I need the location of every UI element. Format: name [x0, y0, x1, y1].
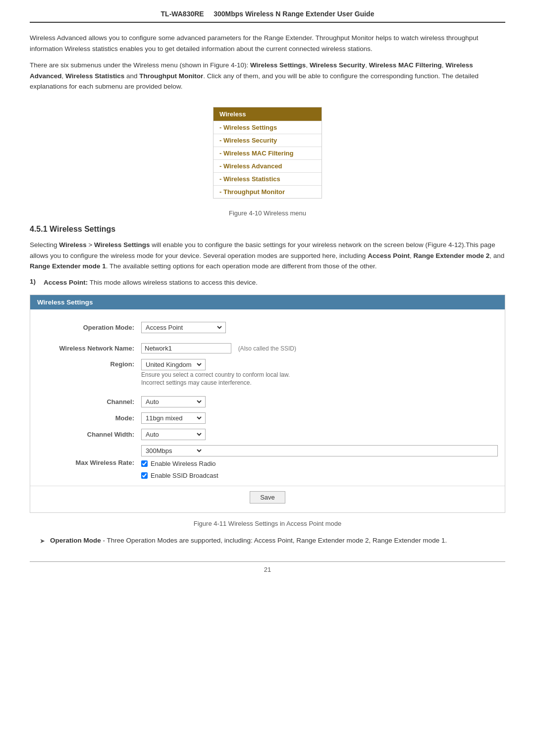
intro-text5: and: [124, 72, 139, 80]
menu-item-wireless-mac-filtering[interactable]: - Wireless MAC Filtering: [214, 147, 321, 159]
enable-ssid-broadcast-checkbox[interactable]: [141, 472, 148, 479]
max-wireless-rate-value: 300Mbps 150Mbps 54Mbps Enable Wireless R…: [141, 445, 498, 480]
region-select-wrapper[interactable]: United Kingdom United States Germany: [141, 359, 206, 370]
header-title: 300Mbps Wireless N Range Extender User G…: [214, 10, 374, 18]
enable-wireless-radio-row: Enable Wireless Radio: [141, 459, 498, 468]
wireless-settings-body: Operation Mode: Access Point Range Exten…: [30, 309, 505, 512]
channel-value: Auto 1 2 3 6 11: [141, 396, 498, 407]
operation-mode-list: ➤ Operation Mode - Three Operation Modes…: [40, 535, 505, 547]
menu-item-wireless-settings[interactable]: - Wireless Settings: [214, 121, 321, 134]
header-separator: [206, 10, 212, 18]
operation-mode-bullet: ➤ Operation Mode - Three Operation Modes…: [40, 535, 505, 547]
wireless-settings-box: Wireless Settings Operation Mode: Access…: [30, 295, 505, 513]
intro-text1: ,: [306, 61, 310, 69]
region-note2: Incorrect settings may cause interferenc…: [141, 379, 498, 386]
menu-header: Wireless: [214, 107, 321, 121]
region-note1: Ensure you select a correct country to c…: [141, 371, 498, 378]
menu-item-wireless-advanced[interactable]: - Wireless Advanced: [214, 159, 321, 172]
max-wireless-rate-label: Max Wireless Rate:: [37, 459, 141, 466]
s451-bold1: Wireless: [59, 241, 86, 249]
channel-row: Channel: Auto 1 2 3 6 11: [30, 394, 505, 410]
mode-label: Mode:: [37, 414, 141, 422]
wireless-network-name-input[interactable]: [141, 343, 231, 353]
ssid-note: (Also called the SSID): [238, 345, 296, 352]
wireless-network-name-row: Wireless Network Name: (Also called the …: [30, 341, 505, 356]
settings-footer: Save: [30, 486, 505, 507]
channel-select-wrapper[interactable]: Auto 1 2 3 6 11: [141, 396, 206, 407]
mode-value: 11bgn mixed 11b only 11g only 11n only: [141, 412, 498, 424]
operation-mode-bullet-bold: Operation Mode: [50, 537, 101, 544]
operation-mode-value: Access Point Range Extender mode 2 Range…: [141, 322, 498, 333]
intro-bold6: Throughput Monitor: [139, 72, 203, 80]
page-header: TL-WA830RE 300Mbps Wireless N Range Exte…: [30, 10, 505, 23]
channel-width-row: Channel Width: Auto 20MHz 40MHz: [30, 426, 505, 443]
region-row: Region: United Kingdom United States Ger…: [30, 356, 505, 389]
menu-item-throughput-monitor[interactable]: - Throughput Monitor: [214, 185, 321, 198]
access-point-item: 1) Access Point: This mode allows wirele…: [30, 278, 505, 288]
channel-width-value: Auto 20MHz 40MHz: [141, 429, 498, 440]
max-wireless-rate-select-wrapper[interactable]: 300Mbps 150Mbps 54Mbps: [141, 445, 498, 456]
s451-suffix2: . The available setting options for each…: [106, 262, 377, 270]
section-451-heading: 4.5.1 Wireless Settings: [30, 225, 505, 234]
intro-bold5: Wireless Statistics: [65, 72, 124, 80]
region-value: United Kingdom United States Germany Ens…: [141, 359, 498, 386]
enable-ssid-broadcast-label: Enable SSID Broadcast: [151, 472, 218, 479]
save-button[interactable]: Save: [250, 491, 285, 504]
enable-wireless-radio-checkbox[interactable]: [141, 460, 148, 467]
access-point-label-bold: Access Point:: [44, 279, 88, 286]
figure-10-caption: Figure 4-10 Wireless menu: [30, 209, 505, 217]
channel-select[interactable]: Auto 1 2 3 6 11: [144, 398, 203, 406]
operation-mode-row: Operation Mode: Access Point Range Exten…: [30, 319, 505, 336]
operation-mode-bullet-text: Operation Mode - Three Operation Modes a…: [50, 535, 447, 546]
s451-bold3: Access Point: [368, 252, 410, 259]
intro-text4: ,: [62, 72, 66, 80]
wireless-settings-header: Wireless Settings: [30, 295, 505, 309]
menu-item-wireless-security[interactable]: - Wireless Security: [214, 134, 321, 147]
s451-prefix: Selecting: [30, 241, 59, 249]
s451-bold4: Range Extender mode 2: [413, 252, 489, 259]
access-point-label-text: This mode allows wireless stations to ac…: [88, 279, 258, 286]
wireless-menu: Wireless - Wireless Settings - Wireless …: [213, 107, 322, 199]
channel-label: Channel:: [37, 398, 141, 405]
s451-text3: , and: [489, 252, 504, 259]
intro-para1: Wireless Advanced allows you to configur…: [30, 33, 505, 54]
wireless-network-name-value: (Also called the SSID): [141, 343, 498, 353]
intro-bold2: Wireless Security: [310, 61, 365, 69]
operation-mode-label: Operation Mode:: [37, 324, 141, 331]
section-451-heading-text: 4.5.1 Wireless Settings: [30, 225, 115, 233]
mode-select[interactable]: 11bgn mixed 11b only 11g only 11n only: [144, 414, 203, 422]
enable-wireless-radio-label: Enable Wireless Radio: [151, 460, 216, 467]
max-wireless-rate-row: Max Wireless Rate: 300Mbps 150Mbps 54Mbp…: [30, 443, 505, 483]
channel-width-label: Channel Width:: [37, 431, 141, 438]
s451-text1: >: [87, 241, 94, 249]
numbered-item-text: Access Point: This mode allows wireless …: [44, 278, 258, 288]
intro-para2: There are six submenus under the Wireles…: [30, 60, 505, 92]
menu-item-wireless-statistics[interactable]: - Wireless Statistics: [214, 172, 321, 185]
enable-ssid-broadcast-row: Enable SSID Broadcast: [141, 471, 498, 480]
operation-mode-bullet-text-content: - Three Operation Modes are supported, i…: [101, 537, 447, 544]
model-number: TL-WA830RE: [161, 10, 204, 18]
page-number: 21: [264, 566, 271, 573]
channel-width-select[interactable]: Auto 20MHz 40MHz: [144, 430, 203, 439]
numbered-item-num: 1): [30, 278, 40, 285]
region-select[interactable]: United Kingdom United States Germany: [144, 360, 203, 369]
wireless-network-name-label: Wireless Network Name:: [37, 345, 141, 352]
mode-row: Mode: 11bgn mixed 11b only 11g only 11n …: [30, 410, 505, 426]
intro-bold3: Wireless MAC Filtering: [369, 61, 442, 69]
max-wireless-rate-select[interactable]: 300Mbps 150Mbps 54Mbps: [144, 447, 203, 455]
intro-para2-prefix: There are six submenus under the Wireles…: [30, 61, 250, 69]
operation-mode-select[interactable]: Access Point Range Extender mode 2 Range…: [144, 323, 223, 332]
operation-mode-select-wrapper[interactable]: Access Point Range Extender mode 2 Range…: [141, 322, 226, 333]
s451-bold2: Wireless Settings: [94, 241, 150, 249]
intro-bold1: Wireless Settings: [250, 61, 306, 69]
mode-select-wrapper[interactable]: 11bgn mixed 11b only 11g only 11n only: [141, 412, 206, 424]
page-footer: 21: [30, 561, 505, 573]
bullet-arrow-icon: ➤: [40, 536, 45, 547]
s451-bold5: Range Extender mode 1: [30, 262, 106, 270]
channel-width-select-wrapper[interactable]: Auto 20MHz 40MHz: [141, 429, 206, 440]
intro-text2: ,: [365, 61, 369, 69]
figure-11-caption: Figure 4-11 Wireless Settings in Access …: [30, 520, 505, 527]
region-label: Region:: [37, 359, 141, 368]
section-451-para1: Selecting Wireless > Wireless Settings w…: [30, 240, 505, 272]
